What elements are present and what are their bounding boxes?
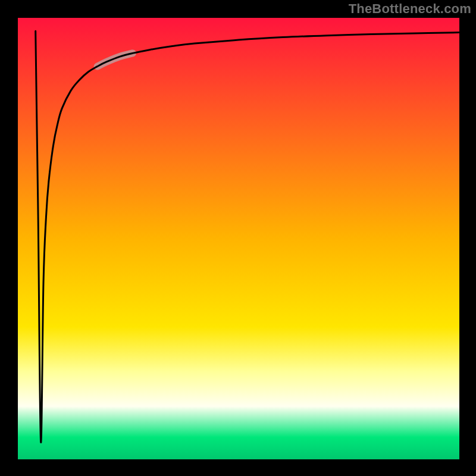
bottleneck-chart <box>0 0 476 476</box>
watermark-text: TheBottleneck.com <box>349 1 471 17</box>
plot-background <box>18 18 459 459</box>
chart-stage: TheBottleneck.com <box>0 0 476 476</box>
